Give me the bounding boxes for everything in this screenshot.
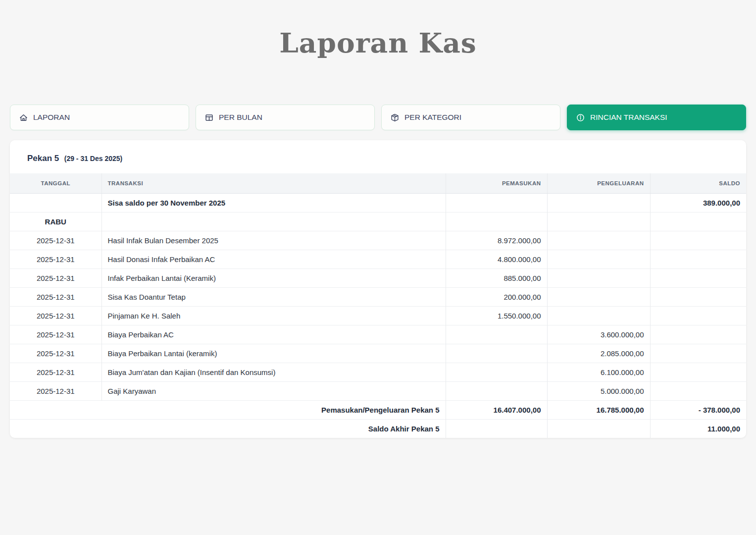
cell-saldo (650, 212, 746, 231)
table-row: Saldo Akhir Pekan 511.000,00 (10, 419, 746, 438)
page-title: Laporan Kas (0, 0, 756, 59)
cell-pemasukan (446, 363, 547, 381)
cell-transaksi (101, 212, 446, 231)
cell-saldo (650, 381, 746, 400)
table-row: 2025-12-31Biaya Perbaikan Lantai (kerami… (10, 344, 746, 363)
cell-transaksi: Infak Perbaikan Lantai (Keramik) (101, 268, 446, 287)
cell-tanggal: 2025-12-31 (10, 231, 101, 250)
table-icon (205, 113, 213, 122)
cell-summary-label: Pemasukan/Pengeluaran Pekan 5 (10, 400, 446, 419)
table-row: 2025-12-31Gaji Karyawan5.000.000,00 (10, 381, 746, 400)
cell-pengeluaran (547, 419, 650, 438)
cell-transaksi: Biaya Perbaikan Lantai (keramik) (101, 344, 446, 363)
cell-tanggal: 2025-12-31 (10, 306, 101, 325)
tab-label: PER KATEGORI (404, 113, 461, 122)
home-icon (19, 113, 28, 122)
cell-pengeluaran (547, 231, 650, 250)
cell-pengeluaran: 3.600.000,00 (547, 325, 650, 344)
cell-pemasukan (446, 193, 547, 212)
week-range: (29 - 31 Des 2025) (64, 155, 123, 162)
cell-saldo: - 378.000,00 (650, 400, 746, 419)
tab-per-bulan[interactable]: PER BULAN (196, 105, 375, 130)
tab-label: RINCIAN TRANSAKSI (590, 113, 667, 122)
cell-saldo: 11.000,00 (650, 419, 746, 438)
cell-saldo (650, 250, 746, 268)
cell-pengeluaran: 16.785.000,00 (547, 400, 650, 419)
cell-pemasukan: 200.000,00 (446, 287, 547, 306)
cell-summary-label: Saldo Akhir Pekan 5 (10, 419, 446, 438)
cell-pemasukan (446, 325, 547, 344)
cell-saldo (650, 325, 746, 344)
cell-saldo (650, 306, 746, 325)
cell-pemasukan (446, 419, 547, 438)
tab-bar: LAPORAN PER BULAN PER KATEGORI (10, 105, 746, 130)
column-header-tanggal: TANGGAL (10, 173, 101, 193)
tab-rincian-transaksi[interactable]: RINCIAN TRANSAKSI (567, 105, 746, 130)
cell-tanggal: 2025-12-31 (10, 250, 101, 268)
cell-transaksi: Gaji Karyawan (101, 381, 446, 400)
cell-tanggal (10, 193, 101, 212)
cell-transaksi: Biaya Perbaikan AC (101, 325, 446, 344)
cell-tanggal: 2025-12-31 (10, 381, 101, 400)
cell-pemasukan: 16.407.000,00 (446, 400, 547, 419)
cell-pemasukan: 885.000,00 (446, 268, 547, 287)
tab-label: PER BULAN (219, 113, 262, 122)
cell-pengeluaran: 5.000.000,00 (547, 381, 650, 400)
report-card: Pekan 5 (29 - 31 Des 2025) TANGGALTRANSA… (10, 140, 746, 438)
column-header-saldo: SALDO (650, 173, 746, 193)
cell-pengeluaran (547, 287, 650, 306)
cell-transaksi: Hasil Donasi Infak Perbaikan AC (101, 250, 446, 268)
column-header-pengeluaran: PENGELUARAN (547, 173, 650, 193)
cell-tanggal: 2025-12-31 (10, 287, 101, 306)
cell-pemasukan: 1.550.000,00 (446, 306, 547, 325)
cell-saldo (650, 268, 746, 287)
cell-tanggal: 2025-12-31 (10, 344, 101, 363)
table-row: RABU (10, 212, 746, 231)
table-row: Pemasukan/Pengeluaran Pekan 516.407.000,… (10, 400, 746, 419)
cell-pengeluaran (547, 212, 650, 231)
cell-transaksi: Hasil Infak Bulan Desember 2025 (101, 231, 446, 250)
table-row: 2025-12-31Biaya Perbaikan AC3.600.000,00 (10, 325, 746, 344)
cell-saldo (650, 231, 746, 250)
cell-tanggal: 2025-12-31 (10, 325, 101, 344)
cell-transaksi: Sisa saldo per 30 November 2025 (101, 193, 446, 212)
cell-pengeluaran (547, 268, 650, 287)
cell-transaksi: Sisa Kas Doantur Tetap (101, 287, 446, 306)
table-row: 2025-12-31Hasil Donasi Infak Perbaikan A… (10, 250, 746, 268)
cell-saldo (650, 363, 746, 381)
cell-pemasukan: 8.972.000,00 (446, 231, 547, 250)
cell-saldo (650, 344, 746, 363)
cell-tanggal: 2025-12-31 (10, 363, 101, 381)
table-row: 2025-12-31Biaya Jum'atan dan Kajian (Ins… (10, 363, 746, 381)
table-row: 2025-12-31Pinjaman Ke H. Saleh1.550.000,… (10, 306, 746, 325)
table-row: 2025-12-31Infak Perbaikan Lantai (Kerami… (10, 268, 746, 287)
cell-saldo (650, 287, 746, 306)
cell-pemasukan (446, 381, 547, 400)
cell-pemasukan: 4.800.000,00 (446, 250, 547, 268)
tab-laporan[interactable]: LAPORAN (10, 105, 189, 130)
cell-pengeluaran: 2.085.000,00 (547, 344, 650, 363)
cell-pengeluaran (547, 193, 650, 212)
cell-pengeluaran (547, 250, 650, 268)
cell-pemasukan (446, 344, 547, 363)
table-header: TANGGALTRANSAKSIPEMASUKANPENGELUARANSALD… (10, 173, 746, 193)
table-row: Sisa saldo per 30 November 2025389.000,0… (10, 193, 746, 212)
tab-label: LAPORAN (33, 113, 70, 122)
week-label: Pekan 5 (27, 154, 59, 163)
table-row: 2025-12-31Sisa Kas Doantur Tetap200.000,… (10, 287, 746, 306)
cell-pemasukan (446, 212, 547, 231)
transactions-table: TANGGALTRANSAKSIPEMASUKANPENGELUARANSALD… (10, 173, 746, 438)
info-circle-icon (576, 113, 585, 122)
cell-pengeluaran: 6.100.000,00 (547, 363, 650, 381)
cell-tanggal: RABU (10, 212, 101, 231)
cell-transaksi: Biaya Jum'atan dan Kajian (Insentif dan … (101, 363, 446, 381)
tab-per-kategori[interactable]: PER KATEGORI (381, 105, 560, 130)
column-header-transaksi: TRANSAKSI (101, 173, 446, 193)
week-heading: Pekan 5 (29 - 31 Des 2025) (10, 140, 746, 173)
box-icon (391, 113, 399, 122)
cell-saldo: 389.000,00 (650, 193, 746, 212)
table-row: 2025-12-31Hasil Infak Bulan Desember 202… (10, 231, 746, 250)
cell-pengeluaran (547, 306, 650, 325)
cell-transaksi: Pinjaman Ke H. Saleh (101, 306, 446, 325)
column-header-pemasukan: PEMASUKAN (446, 173, 547, 193)
